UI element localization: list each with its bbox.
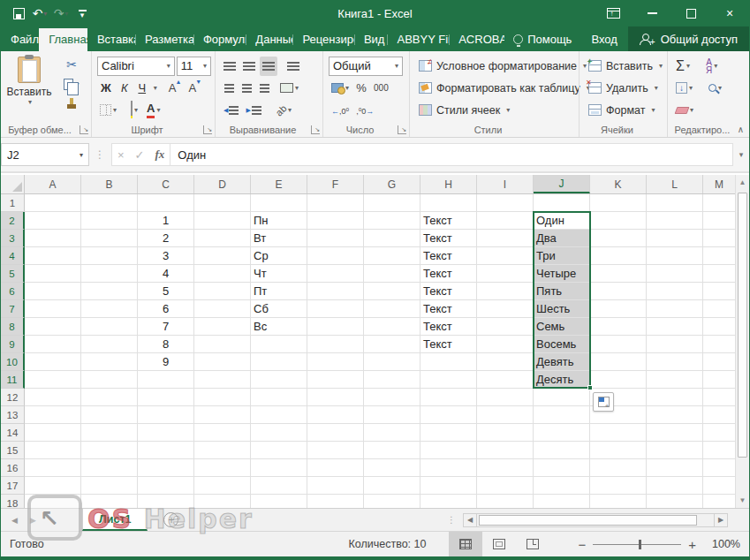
scroll-up-icon[interactable]: ▲ bbox=[736, 175, 749, 190]
cell-F2[interactable] bbox=[307, 212, 364, 230]
cell-H12[interactable] bbox=[420, 389, 477, 406]
cell-C11[interactable] bbox=[138, 371, 194, 389]
cell-H17[interactable] bbox=[420, 477, 477, 495]
cell-A8[interactable] bbox=[25, 318, 81, 336]
cell-F17[interactable] bbox=[307, 477, 364, 495]
cell-H4[interactable]: Текст bbox=[420, 247, 477, 265]
cell-F18[interactable] bbox=[307, 495, 364, 508]
cell-D4[interactable] bbox=[194, 247, 251, 265]
cell-M4[interactable] bbox=[703, 247, 735, 265]
cell-G5[interactable] bbox=[364, 265, 420, 283]
row-header-12[interactable]: 12 bbox=[1, 389, 25, 406]
cell-G18[interactable] bbox=[364, 495, 420, 508]
cell-I16[interactable] bbox=[477, 459, 534, 477]
cell-B1[interactable] bbox=[81, 194, 138, 212]
cell-L15[interactable] bbox=[647, 442, 703, 459]
cell-H13[interactable] bbox=[420, 406, 477, 424]
tab-formulas[interactable]: Формулы bbox=[193, 28, 246, 51]
save-button[interactable] bbox=[10, 4, 27, 23]
cell-B2[interactable] bbox=[81, 212, 138, 230]
grow-font-button[interactable]: А▲ bbox=[166, 79, 185, 98]
cell-M1[interactable] bbox=[703, 194, 735, 212]
cell-K17[interactable] bbox=[590, 477, 647, 495]
cell-B8[interactable] bbox=[81, 318, 138, 336]
column-header-B[interactable]: B bbox=[81, 175, 138, 193]
row-header-10[interactable]: 10 bbox=[1, 353, 25, 371]
italic-button[interactable]: К bbox=[117, 79, 133, 98]
insert-cells-button[interactable]: Вставить▾ bbox=[585, 55, 663, 77]
autofill-options-button[interactable] bbox=[593, 392, 614, 412]
column-header-H[interactable]: H bbox=[420, 175, 477, 193]
cell-E14[interactable] bbox=[251, 424, 307, 442]
cell-H1[interactable] bbox=[420, 194, 477, 212]
redo-button[interactable]: ↷▾ bbox=[52, 4, 70, 23]
decrease-decimal-button[interactable]: ,⁰0→ bbox=[353, 101, 376, 120]
cell-H8[interactable]: Текст bbox=[420, 318, 477, 336]
collapse-ribbon-button[interactable]: ∧ bbox=[738, 125, 744, 134]
cell-E3[interactable]: Вт bbox=[251, 230, 307, 247]
cell-E18[interactable] bbox=[251, 495, 307, 508]
cell-E12[interactable] bbox=[251, 389, 307, 406]
cell-J8[interactable]: Семь bbox=[534, 318, 590, 336]
bold-button[interactable]: Ж bbox=[97, 79, 115, 98]
cell-E8[interactable]: Вс bbox=[251, 318, 307, 336]
cell-H18[interactable] bbox=[420, 495, 477, 508]
cell-E5[interactable]: Чт bbox=[251, 265, 307, 283]
cell-I7[interactable] bbox=[477, 300, 534, 318]
scroll-down-icon[interactable]: ▼ bbox=[736, 493, 749, 508]
cell-C8[interactable]: 7 bbox=[138, 318, 194, 336]
number-format-combo[interactable]: Общий▾ bbox=[329, 57, 403, 76]
cell-L18[interactable] bbox=[647, 495, 703, 508]
undo-button[interactable]: ↶▾ bbox=[31, 4, 49, 23]
zoom-in-button[interactable]: + bbox=[681, 537, 703, 552]
column-header-G[interactable]: G bbox=[364, 175, 420, 193]
cell-J11[interactable]: Десять bbox=[534, 371, 590, 389]
cell-B6[interactable] bbox=[81, 283, 138, 300]
cell-B16[interactable] bbox=[81, 459, 138, 477]
cell-C7[interactable]: 6 bbox=[138, 300, 194, 318]
cell-D1[interactable] bbox=[194, 194, 251, 212]
underline-button[interactable]: Ч bbox=[134, 79, 150, 98]
sign-in-button[interactable]: Вход bbox=[580, 26, 627, 51]
cell-K8[interactable] bbox=[590, 318, 647, 336]
cell-C3[interactable]: 2 bbox=[138, 230, 194, 247]
cell-D5[interactable] bbox=[194, 265, 251, 283]
cell-J9[interactable]: Восемь bbox=[534, 336, 590, 353]
scroll-right-icon[interactable]: ▶ bbox=[714, 513, 728, 527]
cell-B10[interactable] bbox=[81, 353, 138, 371]
cell-styles-button[interactable]: Стили ячеек▾ bbox=[415, 99, 575, 121]
cell-G1[interactable] bbox=[364, 194, 420, 212]
cell-H6[interactable]: Текст bbox=[420, 283, 477, 300]
name-box[interactable]: J2 ▾ bbox=[1, 143, 89, 166]
cell-K7[interactable] bbox=[590, 300, 647, 318]
cell-C2[interactable]: 1 bbox=[138, 212, 194, 230]
cell-D8[interactable] bbox=[194, 318, 251, 336]
cell-H11[interactable] bbox=[420, 371, 477, 389]
cell-A4[interactable] bbox=[25, 247, 81, 265]
cell-B11[interactable] bbox=[81, 371, 138, 389]
column-header-I[interactable]: I bbox=[477, 175, 534, 193]
cell-H5[interactable]: Текст bbox=[420, 265, 477, 283]
cell-E1[interactable] bbox=[251, 194, 307, 212]
cell-J17[interactable] bbox=[534, 477, 590, 495]
row-header-9[interactable]: 9 bbox=[1, 336, 25, 353]
accounting-format-button[interactable]: ▾ bbox=[329, 79, 352, 98]
cell-J3[interactable]: Два bbox=[534, 230, 590, 247]
cell-G12[interactable] bbox=[364, 389, 420, 406]
cell-L3[interactable] bbox=[647, 230, 703, 247]
insert-function-button[interactable]: fx bbox=[155, 148, 165, 162]
select-all-button[interactable] bbox=[1, 175, 25, 193]
row-header-16[interactable]: 16 bbox=[1, 459, 25, 477]
font-family-combo[interactable]: Calibri▾ bbox=[97, 57, 175, 76]
alignment-dialog-launcher[interactable]: ↘ bbox=[311, 125, 320, 134]
row-header-18[interactable]: 18 bbox=[1, 495, 25, 508]
cell-M8[interactable] bbox=[703, 318, 735, 336]
cell-A9[interactable] bbox=[25, 336, 81, 353]
cell-M16[interactable] bbox=[703, 459, 735, 477]
cell-A17[interactable] bbox=[25, 477, 81, 495]
cell-L5[interactable] bbox=[647, 265, 703, 283]
font-size-combo[interactable]: 11▾ bbox=[177, 57, 211, 76]
cell-H15[interactable] bbox=[420, 442, 477, 459]
cell-I13[interactable] bbox=[477, 406, 534, 424]
column-header-L[interactable]: L bbox=[647, 175, 703, 193]
